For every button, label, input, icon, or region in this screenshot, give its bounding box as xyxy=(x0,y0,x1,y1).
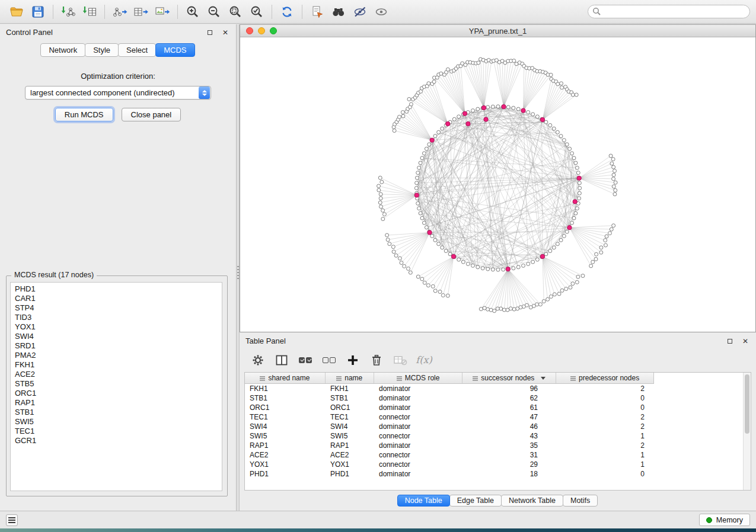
deselect-all-button[interactable] xyxy=(320,352,338,368)
graph-leaf-node[interactable] xyxy=(595,252,598,256)
graph-dominator-node[interactable] xyxy=(573,200,577,204)
graph-leaf-node[interactable] xyxy=(401,110,404,114)
table-row[interactable]: PHD1PHD1dominator180 xyxy=(245,469,654,479)
graph-node[interactable] xyxy=(420,216,424,220)
graph-leaf-node[interactable] xyxy=(571,282,575,286)
graph-node[interactable] xyxy=(444,249,448,253)
mcds-result-item[interactable]: TEC1 xyxy=(15,427,218,436)
run-mcds-button[interactable]: Run MCDS xyxy=(55,108,113,121)
mcds-result-item[interactable]: SRD1 xyxy=(15,341,218,351)
hide-selected-button[interactable] xyxy=(349,3,371,21)
tab-motifs[interactable]: Motifs xyxy=(563,495,598,507)
graph-leaf-node[interactable] xyxy=(489,308,493,312)
graph-leaf-node[interactable] xyxy=(553,293,556,296)
graph-leaf-node[interactable] xyxy=(446,294,449,297)
graph-leaf-node[interactable] xyxy=(549,73,553,76)
tab-mcds[interactable]: MCDS xyxy=(155,43,194,57)
graph-leaf-node[interactable] xyxy=(496,307,499,310)
graph-node[interactable] xyxy=(556,130,559,134)
memory-button[interactable]: Memory xyxy=(699,514,750,526)
delete-row-button[interactable] xyxy=(368,352,385,368)
graph-node[interactable] xyxy=(437,130,441,134)
graph-leaf-node[interactable] xyxy=(409,271,412,274)
table-row[interactable]: SWI4SWI4dominator462 xyxy=(245,422,654,431)
graph-node[interactable] xyxy=(486,105,490,109)
graph-leaf-node[interactable] xyxy=(427,82,430,85)
graph-node[interactable] xyxy=(527,110,530,114)
mcds-result-list[interactable]: PHD1CAR1STP4TID3YOX1SWI4SRD1PMA2FKH1ACE2… xyxy=(10,282,222,491)
select-all-button[interactable] xyxy=(296,352,314,368)
graph-node[interactable] xyxy=(552,246,556,249)
graph-node[interactable] xyxy=(562,234,566,238)
graph-node[interactable] xyxy=(452,117,456,121)
network-window-titlebar[interactable]: YPA_prune.txt_1 xyxy=(240,25,755,37)
graph-node[interactable] xyxy=(578,191,581,195)
column-header-mcds-role[interactable]: MCDS role xyxy=(374,373,463,383)
graph-leaf-node[interactable] xyxy=(431,284,435,288)
graph-leaf-node[interactable] xyxy=(538,303,542,306)
open-folder-button[interactable] xyxy=(6,3,27,21)
import-table-button[interactable] xyxy=(79,3,100,21)
graph-leaf-node[interactable] xyxy=(576,275,580,278)
mcds-result-item[interactable]: CAR1 xyxy=(15,294,218,303)
graph-node[interactable] xyxy=(535,115,539,118)
graph-leaf-node[interactable] xyxy=(594,257,598,261)
graph-leaf-node[interactable] xyxy=(432,80,436,84)
graph-node[interactable] xyxy=(416,201,420,205)
graph-leaf-node[interactable] xyxy=(379,197,382,200)
graph-leaf-node[interactable] xyxy=(589,264,593,268)
graph-leaf-node[interactable] xyxy=(423,281,426,284)
graph-node[interactable] xyxy=(562,139,566,142)
graph-leaf-node[interactable] xyxy=(391,245,395,249)
graph-node[interactable] xyxy=(548,123,552,127)
graph-node[interactable] xyxy=(572,156,576,160)
graph-node[interactable] xyxy=(575,207,579,210)
tab-style[interactable]: Style xyxy=(85,43,119,57)
graph-leaf-node[interactable] xyxy=(569,286,572,289)
zoom-out-button[interactable] xyxy=(203,3,225,21)
mcds-result-item[interactable]: GCR1 xyxy=(15,436,218,446)
graph-node[interactable] xyxy=(433,238,437,242)
mcds-result-item[interactable]: RAP1 xyxy=(15,398,218,408)
export-table-button[interactable] xyxy=(130,3,152,21)
graph-node[interactable] xyxy=(437,242,441,246)
graph-leaf-node[interactable] xyxy=(502,308,506,312)
graph-node[interactable] xyxy=(506,105,510,109)
graph-leaf-node[interactable] xyxy=(397,115,401,118)
graph-dominator-node[interactable] xyxy=(481,105,486,110)
mcds-result-item[interactable]: ACE2 xyxy=(15,370,218,379)
graph-leaf-node[interactable] xyxy=(611,158,615,161)
graph-node[interactable] xyxy=(544,120,548,124)
graph-node[interactable] xyxy=(466,262,470,265)
graph-node[interactable] xyxy=(486,267,490,271)
graph-leaf-node[interactable] xyxy=(605,235,608,238)
graph-node[interactable] xyxy=(461,260,465,264)
graph-leaf-node[interactable] xyxy=(560,82,563,85)
graph-node[interactable] xyxy=(481,267,484,270)
graph-leaf-node[interactable] xyxy=(609,154,613,158)
graph-leaf-node[interactable] xyxy=(406,267,410,270)
graph-leaf-node[interactable] xyxy=(612,185,615,188)
graph-node[interactable] xyxy=(578,186,582,190)
mcds-result-item[interactable]: YOX1 xyxy=(15,322,218,332)
graph-leaf-node[interactable] xyxy=(403,264,406,268)
network-graph-svg[interactable] xyxy=(240,38,755,332)
table-scrollbar[interactable] xyxy=(743,373,751,490)
save-session-button[interactable] xyxy=(27,3,49,21)
graph-dominator-node[interactable] xyxy=(540,117,544,121)
graph-node[interactable] xyxy=(556,242,559,246)
graph-leaf-node[interactable] xyxy=(438,290,442,293)
graph-node[interactable] xyxy=(565,230,569,233)
graph-dominator-node[interactable] xyxy=(451,254,455,258)
column-header-shared-name[interactable]: shared name xyxy=(245,373,326,383)
graph-leaf-node[interactable] xyxy=(446,68,449,71)
graph-node[interactable] xyxy=(559,238,563,242)
graph-dominator-node[interactable] xyxy=(446,121,450,126)
table-row[interactable]: TEC1TEC1connector472 xyxy=(245,412,654,422)
graph-leaf-node[interactable] xyxy=(613,169,617,172)
graph-node[interactable] xyxy=(471,264,475,267)
graph-leaf-node[interactable] xyxy=(575,93,578,97)
add-row-button[interactable] xyxy=(344,352,362,368)
graph-node[interactable] xyxy=(552,127,556,130)
graph-dominator-node[interactable] xyxy=(502,104,506,108)
